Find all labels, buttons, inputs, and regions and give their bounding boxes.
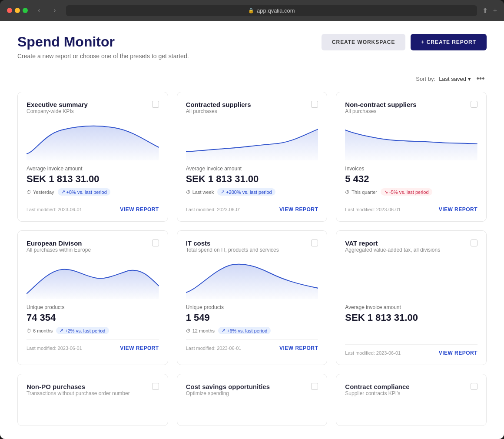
new-tab-icon[interactable]: + — [493, 7, 497, 15]
traffic-light-green[interactable] — [23, 8, 28, 13]
up-arrow-icon: ↗ — [221, 189, 225, 195]
time-tag: ⏱ 12 months — [186, 328, 215, 333]
view-report-button[interactable]: VIEW REPORT — [439, 206, 477, 213]
card-checkbox[interactable] — [311, 101, 318, 108]
page-header: Spend Monitor Create a new report or cho… — [17, 34, 487, 60]
card-footer: Last modified: 2023-06-01 VIEW REPORT — [27, 201, 159, 213]
card-footer: Last modified: 2023-06-01 VIEW REPORT — [345, 344, 477, 356]
time-tag: ⏱ 6 months — [27, 328, 53, 333]
chart-placeholder — [345, 260, 477, 299]
change-tag: ↗ +6% vs. last period — [218, 327, 271, 334]
sort-bar: Sort by: Last saved ▾ ••• — [17, 73, 487, 85]
card-footer: Last modified: 2023-06-01 VIEW REPORT — [27, 339, 159, 351]
last-modified: Last modified: 2023-06-01 — [345, 350, 401, 356]
up-arrow-icon: ↗ — [222, 328, 225, 333]
metric-label: Average invoice amount — [27, 166, 159, 172]
sort-value[interactable]: Last saved ▾ — [439, 76, 471, 82]
traffic-light-red[interactable] — [7, 8, 12, 13]
last-modified: Last modified: 2023-06-01 — [186, 207, 242, 212]
card-subtitle: Aggregated value-added tax, all division… — [345, 247, 440, 253]
card-checkbox[interactable] — [471, 101, 477, 108]
change-tag: ↘ -5% vs. last period — [381, 188, 432, 196]
metric-value: SEK 1 813 31.00 — [345, 312, 477, 323]
card-title: Cost savings opportunities — [186, 383, 270, 390]
card-subtitle: Transactions without purchase order numb… — [27, 390, 130, 396]
card-header: Cost savings opportunities Optimize spen… — [186, 383, 318, 402]
view-report-button[interactable]: VIEW REPORT — [279, 345, 318, 351]
last-modified: Last modified: 2023-06-01 — [186, 346, 242, 351]
card-tags — [345, 327, 477, 339]
up-arrow-icon: ↗ — [60, 328, 63, 333]
chart-area — [186, 260, 318, 299]
browser-actions: ⬆ + — [482, 7, 497, 15]
metric-label: Invoices — [345, 166, 477, 172]
change-tag: ↗ +2% vs. last period — [56, 327, 109, 334]
card-subtitle: Company-wide KPIs — [27, 108, 88, 114]
card-title: European Divison — [27, 239, 91, 247]
card-header: Contracted suppliers All purchases — [186, 101, 318, 120]
clock-icon: ⏱ — [27, 328, 31, 333]
forward-button[interactable]: › — [49, 4, 61, 17]
traffic-light-yellow[interactable] — [15, 8, 20, 13]
view-report-button[interactable]: VIEW REPORT — [279, 206, 318, 213]
card-title: Contract compliance — [345, 383, 409, 390]
card-executive-summary: Executive summary Company-wide KPIs — [17, 92, 168, 222]
page-content: Spend Monitor Create a new report or cho… — [0, 21, 504, 439]
card-checkbox[interactable] — [311, 239, 318, 246]
back-button[interactable]: ‹ — [33, 4, 45, 17]
card-footer: Last modified: 2023-06-01 VIEW REPORT — [186, 339, 318, 351]
view-report-button[interactable]: VIEW REPORT — [120, 206, 159, 213]
card-footer: Last modified: 2023-06-01 VIEW REPORT — [186, 201, 318, 213]
card-vat-report: VAT report Aggregated value-added tax, a… — [336, 230, 487, 365]
card-header: IT costs Total spend on IT, products and… — [186, 239, 318, 258]
clock-icon: ⏱ — [27, 190, 31, 195]
card-header: Contract compliance Supplier contracts K… — [345, 383, 477, 402]
card-checkbox[interactable] — [152, 239, 159, 246]
card-header: Executive summary Company-wide KPIs — [27, 101, 159, 120]
card-it-costs: IT costs Total spend on IT, products and… — [177, 230, 328, 365]
card-tags: ⏱ Yesterday ↗ +8% vs. last period — [27, 188, 159, 196]
card-non-po-purchases: Non-PO purchases Transactions without pu… — [17, 374, 168, 426]
card-subtitle: Total spend on IT, products and services — [186, 247, 279, 253]
card-header: Non-PO purchases Transactions without pu… — [27, 383, 159, 402]
create-report-button[interactable]: + CREATE REPORT — [411, 34, 487, 50]
down-arrow-icon: ↘ — [384, 189, 388, 195]
metric-value: 74 354 — [27, 312, 159, 323]
view-report-button[interactable]: VIEW REPORT — [439, 350, 477, 356]
metric-value: 1 549 — [186, 312, 318, 323]
card-title: Non-contract suppliers — [345, 101, 416, 108]
last-modified: Last modified: 2023-06-01 — [27, 346, 82, 351]
card-checkbox[interactable] — [311, 383, 318, 390]
page-title: Spend Monitor — [17, 34, 189, 50]
clock-icon: ⏱ — [186, 328, 191, 333]
card-checkbox[interactable] — [152, 383, 159, 390]
chart-area — [186, 121, 318, 160]
create-workspace-button[interactable]: CREATE WORKSPACE — [322, 34, 406, 50]
card-title: Contracted suppliers — [186, 101, 251, 108]
share-icon[interactable]: ⬆ — [482, 7, 488, 15]
cards-grid: Executive summary Company-wide KPIs — [17, 92, 487, 426]
card-checkbox[interactable] — [471, 239, 477, 246]
address-bar[interactable]: 🔒 app.qvalia.com — [66, 5, 477, 16]
card-checkbox[interactable] — [152, 101, 159, 108]
card-contracted-suppliers: Contracted suppliers All purchases — [177, 92, 328, 222]
card-title: Non-PO purchases — [27, 383, 130, 390]
card-subtitle: All purchases — [186, 108, 251, 114]
sort-by-label: Sort by: — [416, 76, 435, 82]
page-title-section: Spend Monitor Create a new report or cho… — [17, 34, 189, 60]
card-contract-compliance: Contract compliance Supplier contracts K… — [336, 374, 487, 426]
main-area: Spend Monitor Create a new report or cho… — [0, 21, 504, 439]
time-tag: ⏱ This quarter — [345, 190, 377, 195]
more-options-button[interactable]: ••• — [474, 73, 487, 85]
page-subtitle: Create a new report or choose one of the… — [17, 53, 189, 60]
time-tag: ⏱ Yesterday — [27, 190, 54, 195]
change-tag: ↗ +200% vs. last period — [217, 188, 275, 196]
view-report-button[interactable]: VIEW REPORT — [120, 345, 159, 351]
card-checkbox[interactable] — [471, 383, 477, 390]
metric-label: Average invoice amount — [186, 166, 318, 172]
lock-icon: 🔒 — [248, 8, 254, 13]
traffic-lights — [7, 8, 28, 13]
card-tags: ⏱ Last week ↗ +200% vs. last period — [186, 188, 318, 196]
chart-area — [27, 121, 159, 160]
up-arrow-icon: ↗ — [61, 189, 65, 195]
